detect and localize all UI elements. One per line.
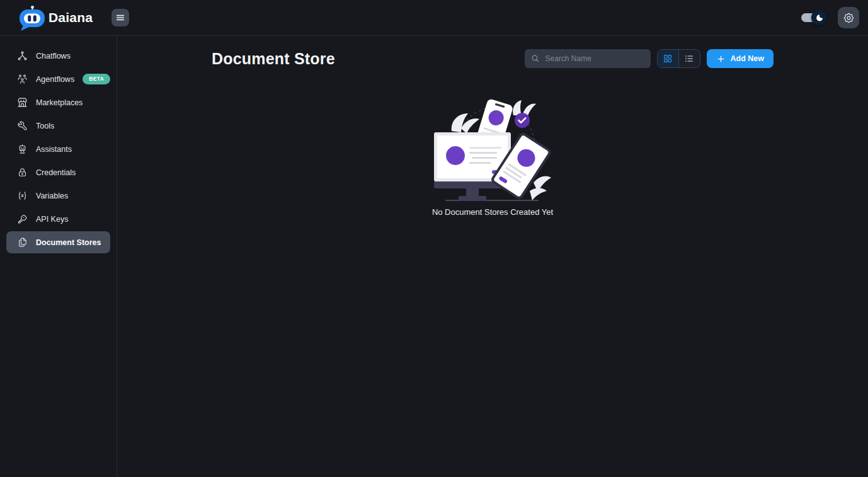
sidebar-item-variables[interactable]: Variables — [6, 185, 110, 207]
plus-icon — [716, 54, 726, 64]
hierarchy-icon — [17, 50, 28, 61]
sidebar-item-label: Credentials — [36, 168, 76, 177]
sidebar-item-assistants[interactable]: Assistants — [6, 138, 110, 160]
main-content: Document Store — [117, 36, 868, 477]
sidebar-item-label: Tools — [36, 122, 54, 130]
hamburger-menu-button[interactable] — [111, 9, 129, 26]
brand-logo[interactable]: Daiana — [18, 3, 93, 32]
search-input[interactable] — [544, 54, 644, 64]
sidebar-item-label: API Keys — [36, 215, 68, 224]
settings-button[interactable] — [838, 7, 859, 28]
add-new-label: Add New — [731, 54, 764, 63]
document-store-empty-illustration — [433, 96, 552, 203]
grid-view-icon — [663, 54, 673, 64]
users-group-icon — [17, 74, 28, 84]
header-controls: Add New — [525, 49, 774, 68]
robot-icon — [17, 144, 28, 154]
sidebar-item-label: Variables — [36, 192, 68, 200]
moon-icon — [814, 13, 824, 23]
sidebar-item-tools[interactable]: Tools — [6, 115, 110, 137]
sidebar-item-credentials[interactable]: Credentials — [6, 161, 110, 183]
beta-badge: BETA — [83, 74, 110, 84]
sidebar-item-chatflows[interactable]: Chatflows — [6, 45, 110, 67]
sidebar: Chatflows Agentflows BETA Mark — [0, 36, 117, 477]
sidebar-item-label: Assistants — [36, 145, 72, 154]
list-view-icon — [684, 54, 694, 64]
page-title: Document Store — [212, 50, 335, 68]
files-icon — [17, 237, 28, 248]
sidebar-item-api-keys[interactable]: API Keys — [6, 208, 110, 230]
gear-icon — [843, 12, 855, 24]
dark-mode-toggle[interactable] — [801, 10, 826, 25]
sidebar-item-label: Agentflows — [36, 75, 74, 84]
sidebar-item-document-stores[interactable]: Document Stores — [6, 231, 110, 253]
sidebar-item-label: Chatflows — [36, 52, 71, 60]
lock-icon — [17, 167, 28, 178]
variable-icon — [17, 190, 28, 201]
hamburger-menu-icon — [115, 13, 125, 23]
sidebar-item-marketplaces[interactable]: Marketplaces — [6, 91, 110, 113]
app-layout: Chatflows Agentflows BETA Mark — [0, 36, 868, 477]
key-icon — [17, 214, 28, 224]
search-box — [525, 49, 651, 68]
store-icon — [17, 97, 28, 108]
search-icon — [531, 54, 540, 63]
grid-view-button[interactable] — [658, 50, 678, 67]
toggle-thumb — [811, 10, 826, 25]
sidebar-item-label: Document Stores — [36, 238, 101, 247]
empty-state-message: No Document Stores Created Yet — [432, 207, 553, 217]
add-new-button[interactable]: Add New — [707, 49, 774, 68]
view-toggle-group — [657, 49, 700, 68]
brand-name: Daiana — [49, 10, 93, 25]
page-header: Document Store — [212, 49, 774, 68]
topbar-right — [801, 7, 859, 28]
list-view-button[interactable] — [679, 50, 700, 67]
empty-state: No Document Stores Created Yet — [212, 96, 774, 217]
wrench-icon — [17, 120, 28, 131]
sidebar-item-agentflows[interactable]: Agentflows BETA — [6, 68, 110, 90]
daiana-robot-logo-icon — [18, 3, 47, 32]
sidebar-item-label: Marketplaces — [36, 98, 83, 107]
topbar: Daiana — [0, 0, 868, 36]
